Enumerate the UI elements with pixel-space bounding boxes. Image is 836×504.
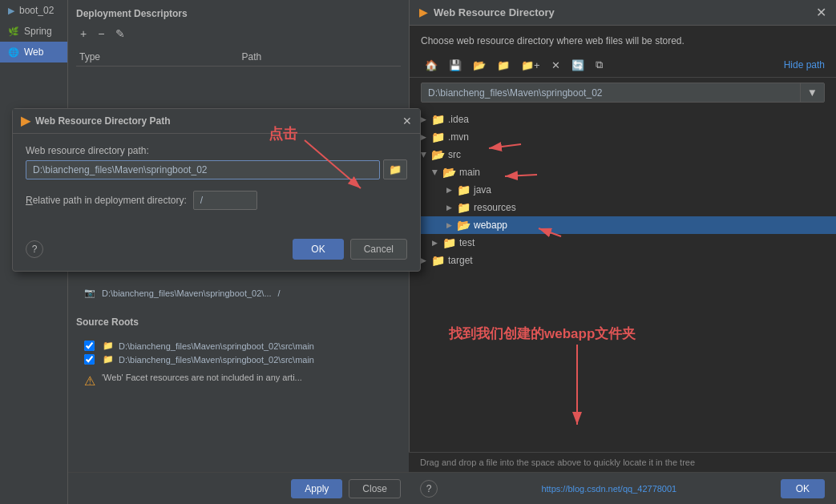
source-folder-icon-1: 📁 (103, 341, 114, 351)
right-title-text: Web Resource Directory (434, 6, 555, 18)
col-type-header: Type (76, 51, 239, 62)
spring-icon: 🌿 (8, 26, 19, 37)
path-input[interactable] (26, 160, 380, 179)
folder-icon: 📁 (431, 254, 445, 267)
right-title-group: ▶ Web Resource Directory (419, 6, 555, 18)
description-text: Choose web resource directory where web … (421, 35, 685, 46)
sidebar-item-label: Spring (24, 26, 52, 37)
right-footer: ? https://blog.csdn.net/qq_42778001 OK (409, 472, 836, 504)
warning-row: ⚠ 'Web' Facet resources are not included… (76, 366, 405, 395)
right-toolbar: 🏠 💾 📂 📁 📁+ ✕ 🔄 ⧉ Hide path (410, 53, 836, 78)
remove-button[interactable]: − (94, 26, 108, 42)
folder-icon: 📁 (457, 183, 471, 196)
source-path-2: D:\biancheng_files\Maven\springboot_02\s… (119, 355, 314, 365)
dialog-logo-icon: ▶ (21, 114, 30, 128)
home-button[interactable]: 🏠 (421, 56, 442, 74)
right-titlebar: ▶ Web Resource Directory ✕ (410, 0, 836, 26)
right-panel: ▶ Web Resource Directory ✕ Choose web re… (409, 0, 836, 504)
dialog-close-button[interactable]: ✕ (402, 115, 412, 127)
file-tree: ▶ 📁 .idea ▶ 📁 .mvn ▶ 📂 src ▶ 📂 main ▶ 📁 … (410, 107, 836, 372)
tree-item-label: src (448, 149, 461, 160)
source-row-1: 📁 D:\biancheng_files\Maven\springboot_02… (76, 339, 405, 353)
tree-item-webapp[interactable]: ▶ 📂 webapp (410, 216, 836, 234)
delete-button[interactable]: ✕ (547, 56, 564, 74)
deploy-row[interactable]: 📷 D:\biancheng_files\Maven\springboot_02… (76, 284, 289, 301)
tree-item-target[interactable]: ▶ 📁 target (410, 252, 836, 269)
source-path-1: D:\biancheng_files\Maven\springboot_02\s… (119, 341, 314, 351)
toolbar-buttons-group: 🏠 💾 📂 📁 📁+ ✕ 🔄 ⧉ (421, 56, 607, 74)
chevron-icon: ▶ (432, 239, 438, 247)
wrdp-dialog: ▶ Web Resource Directory Path ✕ Web reso… (12, 108, 421, 272)
right-close-button[interactable]: ✕ (816, 5, 826, 20)
chevron-icon: ▶ (421, 133, 426, 141)
folder-icon: 📁 (431, 131, 445, 143)
dialog-title-group: ▶ Web Resource Directory Path (21, 114, 171, 128)
chevron-open-icon: ▶ (420, 152, 428, 158)
folder-icon: 📂 (457, 219, 471, 232)
folder-button[interactable]: 📁 (493, 56, 514, 74)
sidebar-item-boot02[interactable]: ▶ boot_02 (0, 0, 67, 21)
tree-item-mvn[interactable]: ▶ 📁 .mvn (410, 128, 836, 146)
warning-text: 'Web' Facet resources are not included i… (102, 373, 302, 382)
chevron-icon: ▶ (446, 221, 452, 229)
hdd-button[interactable]: 💾 (445, 56, 466, 74)
right-status-bar: Drag and drop a file into the space abov… (409, 452, 836, 472)
browse-button[interactable]: 📁 (383, 159, 407, 179)
ok-button[interactable]: OK (293, 239, 343, 260)
add-button[interactable]: + (76, 26, 91, 42)
hide-path-button[interactable]: Hide path (784, 59, 825, 71)
path-bar-input[interactable] (422, 84, 800, 102)
tree-item-src[interactable]: ▶ 📂 src (410, 146, 836, 163)
deploy-path: D:\biancheng_files\Maven\springboot_02\.… (102, 288, 272, 298)
folder-open-icon: 📂 (431, 148, 445, 161)
sidebar-item-label: boot_02 (19, 5, 54, 16)
path-bar: ▼ (421, 83, 825, 103)
source-checkbox-1[interactable] (84, 341, 95, 351)
chevron-icon: ▶ (446, 204, 452, 212)
path-dropdown-button[interactable]: ▼ (800, 83, 824, 102)
help-button[interactable]: ? (26, 240, 43, 258)
col-path-header: Path (239, 51, 402, 62)
folder-open-button[interactable]: 📂 (469, 56, 490, 74)
sidebar-item-spring[interactable]: 🌿 Spring (0, 21, 67, 42)
source-roots-section: Source Roots 📁 D:\biancheng_files\Maven\… (76, 317, 405, 395)
folder-open-icon: 📂 (442, 166, 456, 179)
deploy-icon: 📷 (84, 288, 95, 298)
refresh-button[interactable]: 🔄 (567, 56, 588, 74)
dialog-btn-group: OK Cancel (293, 239, 407, 260)
cancel-button[interactable]: Cancel (350, 239, 407, 260)
folder-icon: 📁 (442, 236, 456, 249)
rel-path-input[interactable] (193, 191, 257, 210)
tree-item-resources[interactable]: ▶ 📁 resources (410, 199, 836, 216)
tree-item-label: main (459, 167, 480, 178)
rel-path-label: Relative path in deployment directory: (26, 195, 187, 206)
footer-help-button[interactable]: ? (420, 480, 438, 498)
dialog-title-text: Web Resource Directory Path (35, 115, 171, 127)
rel-path-row: Relative path in deployment directory: (26, 191, 407, 210)
chevron-icon: ▶ (421, 256, 426, 264)
folder-icon: 📁 (457, 201, 471, 214)
tree-item-idea[interactable]: ▶ 📁 .idea (410, 111, 836, 128)
tree-item-main[interactable]: ▶ 📂 main (410, 163, 836, 181)
folder-icon: 📁 (431, 113, 445, 126)
footer-ok-button[interactable]: OK (781, 479, 825, 498)
tree-item-test[interactable]: ▶ 📁 test (410, 234, 836, 252)
tree-item-label: .idea (448, 114, 469, 125)
source-checkbox-2[interactable] (84, 354, 95, 365)
bottom-nav-left: Apply Close (68, 472, 409, 504)
right-description: Choose web resource directory where web … (410, 26, 836, 53)
right-logo-icon: ▶ (419, 6, 427, 18)
chevron-icon: ▶ (421, 115, 426, 123)
sidebar-item-web[interactable]: 🌐 Web (0, 42, 67, 62)
footer-link[interactable]: https://blog.csdn.net/qq_42778001 (541, 484, 676, 494)
dialog-titlebar: ▶ Web Resource Directory Path ✕ (13, 109, 420, 134)
apply-button[interactable]: Apply (291, 479, 342, 498)
new-folder-button[interactable]: 📁+ (517, 56, 544, 74)
tree-item-label: target (448, 255, 473, 266)
close-nav-button[interactable]: Close (349, 479, 401, 498)
copy-button[interactable]: ⧉ (592, 56, 607, 74)
tree-item-java[interactable]: ▶ 📁 java (410, 181, 836, 199)
edit-button[interactable]: ✎ (111, 26, 129, 42)
table-header: Type Path (76, 48, 401, 67)
path-input-row: 📁 (26, 159, 407, 179)
